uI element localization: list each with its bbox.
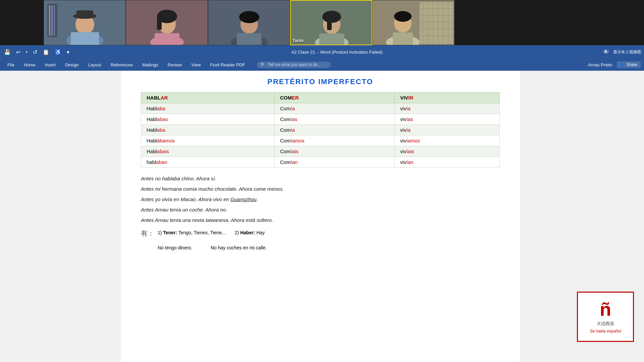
customize-icon[interactable]: ▾	[65, 48, 71, 56]
video-person-1	[44, 0, 125, 45]
right-margin: ñ 大话西语 Se habla español	[520, 71, 644, 362]
svg-rect-8	[49, 5, 50, 36]
sentence-1: Antes no hablaba chino. Ahora sí.	[141, 176, 500, 181]
video-tile-5[interactable]	[372, 0, 454, 45]
svg-rect-21	[237, 33, 262, 45]
item1-label: 1) Tener:	[158, 230, 177, 235]
svg-point-20	[239, 11, 259, 23]
conjugation-table: HABLAR COMER VIVIR Hablaba Comía vivía	[141, 92, 500, 168]
logo-text-top: 大话西语	[597, 321, 614, 327]
accessibility-icon[interactable]: ♿	[53, 48, 63, 56]
video-tile-4[interactable]: Tania	[290, 0, 372, 45]
share-icon: 👤	[620, 62, 625, 67]
proofing-icon[interactable]: 📋	[41, 48, 51, 56]
video-person-2	[126, 0, 208, 45]
svg-rect-15	[157, 16, 162, 30]
share-button[interactable]: 👤 Share	[617, 61, 641, 68]
svg-rect-27	[319, 34, 344, 45]
svg-rect-44	[393, 33, 413, 45]
svg-rect-5	[76, 10, 93, 17]
video-person-5	[373, 0, 454, 45]
logo-text-bottom: Se habla español	[590, 329, 621, 334]
table-row: Hablaba Comía vivía	[141, 103, 500, 114]
tab-view[interactable]: View	[187, 60, 205, 69]
video-name-label-4: Tania	[292, 38, 304, 43]
tener-row: 有： 1) Tener: Tengo, Tienes, Tiene... 2) …	[141, 229, 500, 251]
item2-values: Hay	[256, 230, 265, 235]
tab-review[interactable]: Review	[164, 60, 186, 69]
table-row: Hablabais Comíais vivíais	[141, 146, 500, 157]
undo-icon[interactable]: ↩	[15, 48, 22, 56]
chinese-char: 有：	[141, 229, 154, 238]
tab-references[interactable]: References	[107, 60, 137, 69]
svg-point-43	[394, 11, 412, 22]
table-header-vivir: VIVIR	[395, 93, 500, 103]
example-sentences: Antes no hablaba chino. Ahora sí. Antes …	[141, 176, 500, 223]
svg-rect-10	[54, 5, 55, 36]
video-person-4: Tania	[291, 1, 372, 45]
svg-rect-9	[51, 5, 53, 36]
example-1a: No tengo dinero.	[158, 245, 193, 250]
sentence-3: Antes yo vivía en Macao. Ahora vivo en G…	[141, 196, 500, 202]
video-tile-1[interactable]	[44, 0, 126, 45]
left-margin	[0, 71, 121, 362]
video-tiles: Tania	[44, 0, 454, 45]
video-tile-2[interactable]	[126, 0, 208, 45]
tab-file[interactable]: File	[3, 60, 18, 69]
table-row: Hablábamos Comíamos vivíamos	[141, 135, 500, 146]
toolbar-right: 👁 显示本人视频图	[603, 49, 641, 56]
search-bar[interactable]: 🔍 Tell me what you want to do...	[257, 62, 331, 68]
view-person-label: 显示本人视频图	[613, 49, 641, 55]
item2-label: 2) Haber:	[235, 230, 255, 235]
tener-content: 1) Tener: Tengo, Tienes, Tiene... 2) Hab…	[158, 229, 267, 251]
sentence-2: Antes mi hermana comía mucho chocolate. …	[141, 186, 500, 192]
table-row: Hablaba Comía vivía	[141, 125, 500, 135]
example-1b: No hay coches en mi calle.	[211, 245, 267, 250]
search-placeholder: Tell me what you want to do...	[268, 62, 321, 67]
svg-rect-6	[71, 32, 99, 45]
ribbon-right: Arnau Prieto 👤 Share	[588, 61, 641, 68]
search-icon: 🔍	[260, 62, 266, 67]
logo-char: ñ	[600, 300, 611, 319]
video-spacer-left	[0, 0, 44, 45]
share-label: Share	[627, 62, 637, 67]
item1-values: Tengo, Tienes, Tiene...	[178, 230, 226, 235]
undo-dropdown-icon[interactable]: ▾	[24, 50, 29, 55]
svg-rect-26	[327, 17, 332, 30]
video-bar: Tania	[0, 0, 644, 45]
video-person-3	[208, 0, 290, 45]
tab-design[interactable]: Design	[61, 60, 83, 69]
document-title: PRETÉRITO IMPERFECTO	[141, 77, 500, 86]
tab-insert[interactable]: Insert	[41, 60, 60, 69]
tener-haber-section: 有： 1) Tener: Tengo, Tienes, Tiene... 2) …	[141, 229, 500, 251]
save-icon[interactable]: 💾	[3, 48, 12, 56]
table-header-comer: COMER	[274, 93, 394, 103]
view-person-icon[interactable]: 👁	[603, 49, 609, 56]
ribbon: File Home Insert Design Layout Reference…	[0, 59, 644, 71]
table-row: Hablabas Comías vivías	[141, 114, 500, 125]
window-title: A2 Clase 21. - Word (Product Activation …	[73, 50, 600, 55]
spanish-logo: ñ 大话西语 Se habla español	[577, 292, 634, 342]
toolbar: 💾 ↩ ▾ ↺ 📋 ♿ ▾ A2 Clase 21. - Word (Produ…	[0, 45, 644, 59]
tab-foxit[interactable]: Foxit Reader PDF	[206, 60, 249, 69]
video-tile-3[interactable]	[208, 0, 290, 45]
tab-layout[interactable]: Layout	[84, 60, 105, 69]
tab-mailings[interactable]: Mailings	[138, 60, 162, 69]
main-content: PRETÉRITO IMPERFECTO HABLAR COMER VIVIR	[0, 71, 644, 362]
svg-rect-16	[155, 33, 179, 45]
redo-icon[interactable]: ↺	[32, 48, 39, 56]
user-name: Arnau Prieto	[588, 62, 612, 67]
sentence-5: Antes Arnau tenía una novia taiwanesa. A…	[141, 217, 500, 223]
video-spacer-right	[454, 0, 644, 45]
table-header-hablar: HABLAR	[141, 93, 275, 103]
sentence-4: Antes Arnau tenía un coche. Ahora no.	[141, 207, 500, 213]
document-area[interactable]: PRETÉRITO IMPERFECTO HABLAR COMER VIVIR	[121, 71, 520, 362]
table-row: hablaban Comían vivían	[141, 157, 500, 168]
tab-home[interactable]: Home	[20, 60, 40, 69]
